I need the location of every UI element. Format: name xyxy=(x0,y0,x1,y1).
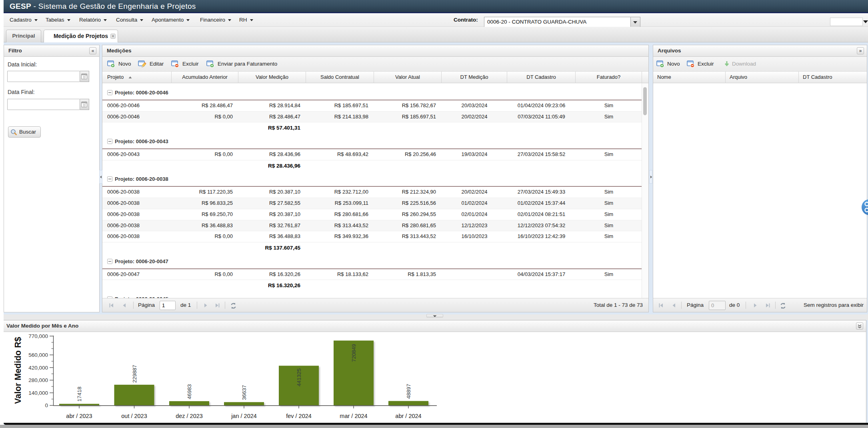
svg-text:560,000: 560,000 xyxy=(28,352,48,358)
svg-text:46983: 46983 xyxy=(186,384,192,399)
svg-text:abr / 2024: abr / 2024 xyxy=(395,413,421,419)
svg-text:mar / 2024: mar / 2024 xyxy=(340,413,367,419)
svg-text:out / 2023: out / 2023 xyxy=(121,413,147,419)
svg-text:140,000: 140,000 xyxy=(28,390,48,396)
svg-text:720849: 720849 xyxy=(351,344,357,362)
svg-text:48897: 48897 xyxy=(406,384,412,399)
svg-text:17418: 17418 xyxy=(76,386,82,402)
svg-text:dez / 2023: dez / 2023 xyxy=(176,413,203,419)
svg-text:36637: 36637 xyxy=(241,385,247,400)
svg-text:jan / 2024: jan / 2024 xyxy=(231,413,257,419)
svg-text:770,000: 770,000 xyxy=(28,333,48,339)
svg-text:Valor Medido R$: Valor Medido R$ xyxy=(13,337,23,404)
svg-text:0: 0 xyxy=(45,402,48,408)
svg-text:420,000: 420,000 xyxy=(28,365,48,371)
svg-text:fev / 2024: fev / 2024 xyxy=(286,413,312,419)
svg-text:441325: 441325 xyxy=(296,368,302,386)
svg-text:280,000: 280,000 xyxy=(28,377,48,383)
svg-text:abr / 2023: abr / 2023 xyxy=(66,413,92,419)
svg-text:229887: 229887 xyxy=(132,365,138,383)
